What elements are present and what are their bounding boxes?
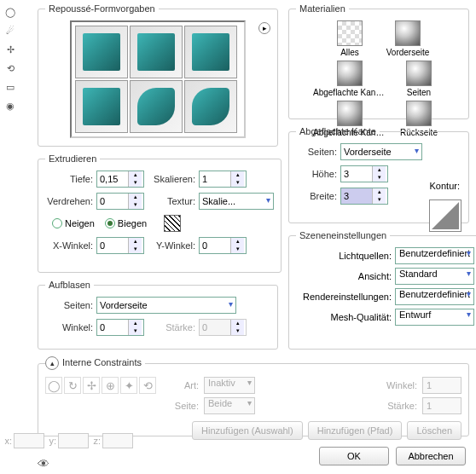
tilt-radio[interactable]: Neigen — [52, 218, 95, 228]
xangle-label: X-Winkel: — [45, 240, 93, 251]
c-type-combo: Inaktiv — [204, 377, 255, 394]
presets-flyout-button[interactable]: ▸ — [258, 22, 270, 34]
material-front[interactable]: Vorderseite — [382, 20, 433, 57]
constraints-group: ▴Interne Constraints ◯ ↻ ✢ ⊕ ✦ ⟲ Art:Ina… — [38, 356, 469, 436]
yangle-spinner[interactable]: ▴▾ — [199, 237, 247, 254]
material-bevel1[interactable]: Abgeflachte Kante 1 — [313, 61, 386, 97]
extrude-group: Extrudieren Tiefe: ▴▾ Skalieren: ▴▾ Verd… — [38, 153, 282, 273]
cancel-button[interactable]: Abbrechen — [396, 447, 466, 465]
coord-y-label: y: — [46, 436, 56, 446]
inflate-legend: Aufblasen — [45, 280, 94, 290]
inflate-sides-combo[interactable]: Vorderseite — [96, 297, 236, 314]
bevel-sides-label: Seiten: — [296, 147, 337, 157]
materials-group: Materialien Alles Vorderseite Abgeflacht… — [288, 3, 469, 119]
contour-preview[interactable] — [429, 199, 461, 232]
preset-thumb-6[interactable] — [184, 80, 237, 133]
texture-label: Textur: — [148, 196, 195, 206]
tool-icon-6[interactable]: ◉ — [2, 97, 19, 114]
inflate-angle-spinner[interactable]: ▴▾ — [96, 319, 144, 336]
render-label: Rendereinstellungen: — [296, 292, 392, 302]
scale-label: Skalieren: — [148, 174, 195, 184]
bevel-height-spinner[interactable]: ▴▾ — [340, 165, 388, 182]
c-strength-spin: 1 — [422, 397, 461, 414]
bevel-height-label: Höhe: — [296, 169, 337, 179]
tool-icon-4[interactable]: ⟲ — [2, 60, 19, 77]
scene-group: Szeneneinstellungen Lichtquellen:Benutze… — [288, 230, 476, 350]
preset-thumb-5[interactable] — [130, 80, 183, 133]
c-side-combo: Beide — [204, 397, 255, 414]
bevel-group: Abgeflachte Kante Seiten: Vorderseite Hö… — [288, 126, 469, 223]
constraint-tool-5[interactable]: ✦ — [120, 377, 137, 394]
delete-button: Löschen — [407, 421, 461, 440]
inflate-strength-spinner: ▴▾ — [199, 319, 247, 336]
xangle-spinner[interactable]: ▴▾ — [96, 237, 144, 254]
tool-icon-5[interactable]: ▭ — [2, 78, 19, 95]
preset-thumb-4[interactable] — [75, 80, 128, 133]
contour-label: Kontur: — [430, 181, 460, 191]
preset-thumb-1[interactable] — [75, 26, 128, 78]
lights-label: Lichtquellen: — [296, 251, 392, 261]
bend-radio[interactable]: Biegen — [105, 218, 147, 228]
add-selection-button: Hinzufügen (Auswahl) — [192, 421, 303, 440]
view-combo[interactable]: Standard — [395, 268, 474, 285]
bevel-width-label: Breite: — [296, 191, 337, 201]
render-combo[interactable]: Benutzerdefiniert — [395, 288, 474, 305]
c-angle-spin: 1 — [422, 377, 461, 394]
c-side-label: Seite: — [173, 401, 199, 411]
constraints-legend: ▴Interne Constraints — [45, 356, 145, 370]
inflate-strength-label: Stärke: — [148, 322, 195, 332]
constraint-tool-2[interactable]: ↻ — [64, 377, 81, 394]
material-all[interactable]: Alles — [324, 20, 375, 57]
coord-row: x: y: z: — [2, 433, 133, 448]
c-strength-label: Stärke: — [383, 401, 417, 411]
coord-x-label: x: — [2, 436, 12, 446]
lights-combo[interactable]: Benutzerdefiniert — [395, 247, 474, 264]
inflate-sides-label: Seiten: — [45, 300, 93, 310]
coord-x-input — [14, 433, 44, 448]
mesh-label: Mesh-Qualität: — [296, 312, 392, 322]
view-label: Ansicht: — [296, 271, 392, 281]
tool-icon-1[interactable]: ◯ — [2, 3, 19, 20]
expand-icon[interactable]: ▴ — [45, 356, 59, 370]
scene-legend: Szeneneinstellungen — [296, 230, 390, 240]
constraint-tool-1[interactable]: ◯ — [45, 377, 62, 394]
inflate-group: Aufblasen Seiten: Vorderseite Winkel: ▴▾… — [38, 280, 278, 350]
bevel-sides-combo[interactable]: Vorderseite — [340, 143, 422, 160]
constraint-tool-4[interactable]: ⊕ — [102, 377, 119, 394]
materials-legend: Materialien — [296, 3, 349, 14]
presets-group: Repoussé-Formvorgaben ▸ — [38, 3, 278, 147]
constraint-tool-3[interactable]: ✢ — [83, 377, 100, 394]
bevel-legend: Abgeflachte Kante — [296, 126, 380, 136]
presets-legend: Repoussé-Formvorgaben — [45, 3, 159, 14]
pattern-icon[interactable] — [164, 215, 181, 232]
preset-thumb-3[interactable] — [184, 26, 237, 78]
depth-label: Tiefe: — [45, 174, 93, 184]
visibility-icon[interactable]: 👁 — [38, 457, 53, 467]
c-type-label: Art: — [173, 380, 199, 390]
constraint-tool-6[interactable]: ⟲ — [139, 377, 156, 394]
depth-spinner[interactable]: ▴▾ — [96, 171, 144, 188]
mesh-combo[interactable]: Entwurf — [395, 309, 474, 326]
add-path-button: Hinzufügen (Pfad) — [308, 421, 403, 440]
twist-spinner[interactable]: ▴▾ — [96, 193, 144, 210]
coord-y-input — [58, 433, 89, 448]
inflate-angle-label: Winkel: — [45, 322, 93, 332]
yangle-label: Y-Winkel: — [148, 240, 195, 251]
material-sides[interactable]: Seiten — [393, 61, 444, 97]
ok-button[interactable]: OK — [319, 447, 389, 465]
scale-spinner[interactable]: ▴▾ — [199, 171, 247, 188]
twist-label: Verdrehen: — [45, 196, 93, 206]
extrude-legend: Extrudieren — [45, 153, 100, 164]
texture-combo[interactable]: Skalie... — [199, 193, 274, 210]
coord-z-label: z: — [90, 436, 101, 446]
tool-icon-2[interactable]: ☄ — [2, 22, 19, 39]
tool-icon-3[interactable]: ✢ — [2, 41, 19, 58]
preset-grid — [70, 20, 246, 138]
bevel-width-spinner[interactable]: ▴▾ — [340, 188, 388, 205]
c-angle-label: Winkel: — [383, 380, 417, 390]
preset-thumb-2[interactable] — [130, 26, 183, 78]
coord-z-input — [102, 433, 133, 448]
